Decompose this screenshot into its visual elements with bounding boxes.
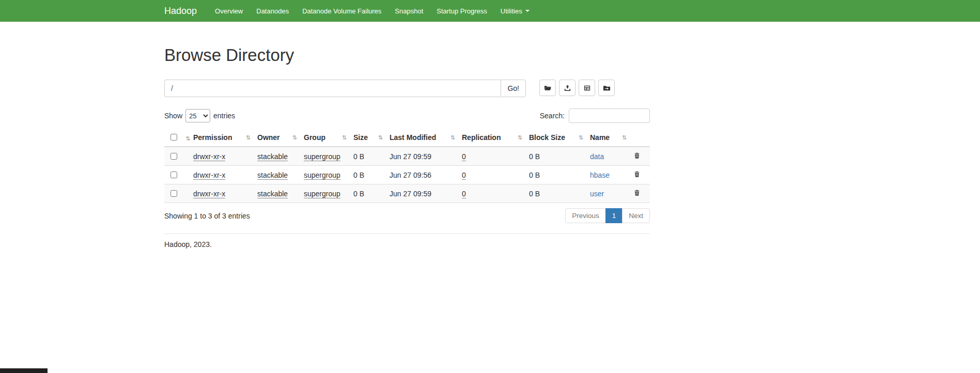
bottom-left-artifact (0, 368, 48, 373)
permission-cell[interactable]: drwxr-xr-x (193, 152, 225, 161)
block-size-cell: 0 B (529, 152, 540, 161)
group-cell[interactable]: supergroup (304, 171, 340, 180)
nav-item-datanode-volume-failures[interactable]: Datanode Volume Failures (295, 0, 388, 22)
replication-cell[interactable]: 0 (462, 171, 466, 180)
nav-item-datanodes[interactable]: Datanodes (250, 0, 295, 22)
column-header-size[interactable]: Size ⇅ (349, 128, 385, 147)
pagination: Previous 1 Next (565, 208, 650, 223)
column-header-permission[interactable]: Permission ⇅ (189, 128, 253, 147)
pagination-previous[interactable]: Previous (565, 208, 606, 223)
table-header-row: ⇅ Permission ⇅ Owner ⇅ Group ⇅ Size ⇅ (164, 128, 650, 147)
row-checkbox[interactable] (170, 190, 177, 197)
last-modified-cell: Jun 27 09:59 (390, 152, 431, 161)
delete-button[interactable] (633, 170, 641, 178)
cloud-upload-icon (564, 84, 571, 92)
nav-item-utilities-label: Utilities (501, 7, 522, 15)
column-header-owner[interactable]: Owner ⇅ (253, 128, 300, 147)
table-icon (583, 84, 591, 92)
nav-item-utilities[interactable]: Utilities (494, 0, 536, 22)
page-size-select[interactable]: 25 (185, 109, 210, 122)
table-controls: Show 25 entries Search: (164, 108, 650, 123)
upload-files-button[interactable] (559, 80, 575, 96)
folder-open-icon (544, 84, 552, 92)
delete-button[interactable] (633, 152, 641, 160)
navbar-container: Hadoop Overview Datanodes Datanode Volum… (164, 0, 650, 22)
path-input-group: Go! (164, 80, 526, 97)
size-cell: 0 B (353, 171, 364, 179)
search-label: Search: (540, 112, 565, 120)
column-header-name[interactable]: Name ⇅ (586, 128, 629, 147)
owner-cell[interactable]: stackable (257, 190, 288, 198)
select-all-header[interactable]: ⇅ (164, 128, 189, 147)
permission-cell[interactable]: drwxr-xr-x (193, 190, 225, 198)
pagination-page-1[interactable]: 1 (605, 208, 623, 223)
group-cell[interactable]: supergroup (304, 152, 340, 161)
search-input[interactable] (569, 108, 650, 123)
footer-text: Hadoop, 2023. (164, 240, 650, 248)
page-title: Browse Directory (164, 45, 650, 65)
pagination-next[interactable]: Next (622, 208, 650, 223)
table-row: drwxr-xr-x stackable supergroup 0 B Jun … (164, 184, 650, 203)
nav-item-snapshot[interactable]: Snapshot (388, 0, 430, 22)
explorer-toolbar (539, 80, 615, 96)
navbar-brand[interactable]: Hadoop (164, 6, 197, 17)
sort-icon: ⇅ (378, 134, 383, 141)
show-label: Show (164, 112, 182, 120)
size-cell: 0 B (353, 152, 364, 161)
create-directory-button[interactable] (539, 80, 556, 96)
table-footer: Showing 1 to 3 of 3 entries Previous 1 N… (164, 208, 650, 223)
sort-icon: ⇅ (292, 134, 297, 141)
permission-cell[interactable]: drwxr-xr-x (193, 171, 225, 180)
directory-link[interactable]: data (590, 152, 604, 161)
nav-item-overview[interactable]: Overview (208, 0, 250, 22)
navbar-menu: Overview Datanodes Datanode Volume Failu… (208, 0, 536, 22)
sort-icon: ⇅ (518, 134, 522, 141)
entries-label: entries (213, 112, 235, 120)
column-header-block-size[interactable]: Block Size ⇅ (525, 128, 586, 147)
last-modified-cell: Jun 27 09:59 (390, 190, 431, 198)
paste-into-folder-button[interactable] (598, 80, 615, 96)
directory-table: ⇅ Permission ⇅ Owner ⇅ Group ⇅ Size ⇅ (164, 128, 650, 203)
size-cell: 0 B (353, 190, 364, 198)
table-summary: Showing 1 to 3 of 3 entries (164, 212, 250, 220)
block-size-cell: 0 B (529, 171, 540, 179)
owner-cell[interactable]: stackable (257, 171, 288, 180)
sort-icon: ⇅ (246, 134, 251, 141)
directory-link[interactable]: hbase (590, 171, 610, 179)
sort-icon: ⇅ (450, 134, 455, 141)
nav-item-startup-progress[interactable]: Startup Progress (430, 0, 494, 22)
divider (164, 234, 650, 234)
column-header-group[interactable]: Group ⇅ (300, 128, 349, 147)
folder-move-icon (603, 84, 611, 92)
main-container: Browse Directory Go! (164, 45, 650, 248)
trash-icon (633, 170, 641, 178)
explorer-bar: Go! (164, 80, 650, 97)
block-size-cell: 0 B (529, 190, 540, 198)
select-all-checkbox[interactable] (170, 134, 177, 141)
last-modified-cell: Jun 27 09:56 (390, 171, 431, 179)
trash-icon (633, 152, 641, 160)
go-button[interactable]: Go! (501, 80, 526, 97)
path-input[interactable] (164, 80, 501, 97)
sort-icon: ⇅ (342, 134, 347, 141)
sort-icon: ⇅ (579, 134, 583, 141)
row-checkbox[interactable] (170, 172, 177, 178)
table-row: drwxr-xr-x stackable supergroup 0 B Jun … (164, 147, 650, 166)
table-row: drwxr-xr-x stackable supergroup 0 B Jun … (164, 166, 650, 184)
directory-link[interactable]: user (590, 190, 604, 198)
column-header-last-modified[interactable]: Last Modified ⇅ (385, 128, 458, 147)
column-header-replication[interactable]: Replication ⇅ (458, 128, 525, 147)
page-size-control: Show 25 entries (164, 109, 235, 122)
navbar: Hadoop Overview Datanodes Datanode Volum… (0, 0, 980, 22)
sort-icon: ⇅ (622, 134, 627, 141)
column-header-actions (629, 128, 650, 147)
delete-button[interactable] (633, 189, 641, 197)
group-cell[interactable]: supergroup (304, 190, 340, 198)
replication-cell[interactable]: 0 (462, 190, 466, 198)
replication-cell[interactable]: 0 (462, 152, 466, 161)
row-checkbox[interactable] (170, 153, 177, 160)
trash-icon (633, 189, 641, 197)
search-box: Search: (540, 108, 650, 123)
cut-selected-button[interactable] (579, 80, 595, 96)
owner-cell[interactable]: stackable (257, 152, 288, 161)
